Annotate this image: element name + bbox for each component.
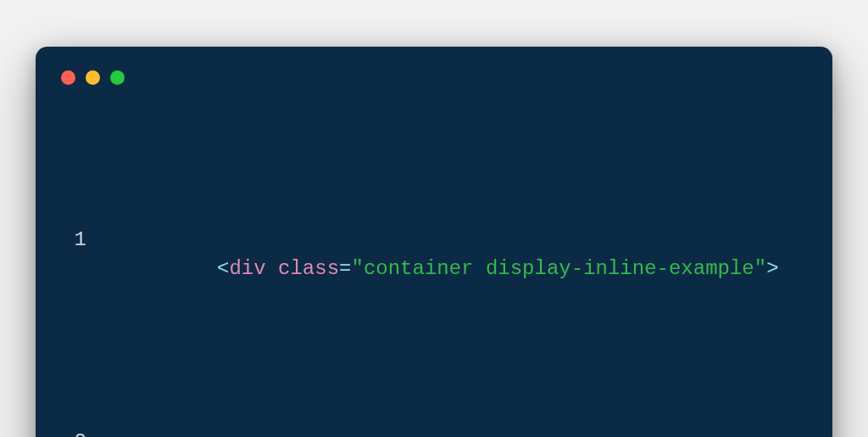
page-background: 1 <div class="container display-inline-e… xyxy=(0,0,868,437)
code-line: 2 <span class="circle color1">circle 1</… xyxy=(63,428,812,437)
line-number: 1 xyxy=(63,226,95,312)
zoom-icon[interactable] xyxy=(110,70,125,85)
line-number: 2 xyxy=(63,428,95,437)
minimize-icon[interactable] xyxy=(86,70,100,85)
close-icon[interactable] xyxy=(61,70,75,85)
code-window: 1 <div class="container display-inline-e… xyxy=(36,47,832,437)
code-block: 1 <div class="container display-inline-e… xyxy=(56,110,812,437)
code-line: 1 <div class="container display-inline-e… xyxy=(63,226,812,312)
window-controls xyxy=(56,67,812,110)
